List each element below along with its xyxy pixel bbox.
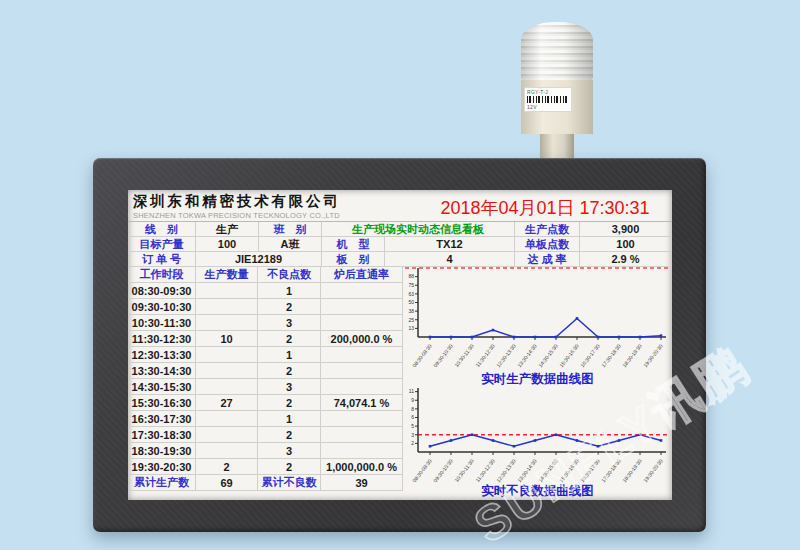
value-cell — [196, 363, 258, 379]
value-cell — [196, 411, 258, 427]
info-value-points: 3,900 — [580, 222, 672, 237]
svg-text:09:30-10:30: 09:30-10:30 — [432, 343, 454, 369]
time-slot-cell: 17:30-18:30 — [128, 427, 196, 443]
value-cell — [321, 427, 403, 443]
value-cell: 1 — [258, 411, 321, 427]
info-label-board: 板 别 — [322, 252, 385, 267]
value-cell — [321, 315, 403, 331]
light-voltage-text: 12V — [527, 104, 569, 110]
svg-text:14:30-15:30: 14:30-15:30 — [537, 458, 559, 484]
time-slot-cell: 08:30-09:30 — [128, 283, 196, 299]
value-cell: 2 — [258, 299, 321, 315]
value-cell: 3 — [258, 443, 321, 459]
time-slot-cell: 15:30-16:30 — [128, 395, 196, 411]
time-slot-cell: 13:30-14:30 — [128, 363, 196, 379]
info-label-order: 订 单 号 — [128, 252, 196, 267]
value-cell: 1,000,000.0 % — [321, 459, 403, 475]
company-name-en: SHENZHEN TOKWA PRECISION TECKNOLOGY CO.,… — [133, 211, 418, 220]
value-cell — [196, 283, 258, 299]
info-value-order: JIE12189 — [196, 252, 322, 267]
svg-text:18:30-19:30: 18:30-19:30 — [621, 458, 643, 484]
info-value-board: 4 — [385, 252, 515, 267]
light-spec-label: RGY-T-J 12V — [524, 87, 572, 112]
svg-text:12:30-13:30: 12:30-13:30 — [495, 343, 517, 369]
total-defect-label: 累计不良数 — [258, 475, 321, 491]
column-header: 不良点数 — [258, 267, 321, 283]
svg-text:17:30-18:30: 17:30-18:30 — [600, 458, 622, 484]
svg-text:9: 9 — [411, 397, 414, 403]
info-label-target: 目标产量 — [128, 237, 196, 252]
svg-text:6: 6 — [411, 414, 414, 420]
svg-text:3: 3 — [411, 432, 414, 438]
chart-title-defect: 实时不良数据曲线图 — [403, 484, 672, 500]
svg-text:50: 50 — [408, 299, 414, 305]
time-slot-cell: 16:30-17:30 — [128, 411, 196, 427]
svg-text:12:30-13:30: 12:30-13:30 — [495, 458, 517, 484]
info-value-target: 100 — [196, 237, 259, 252]
light-body: RGY-T-J 12V — [521, 80, 593, 134]
info-label-unit-points: 单板点数 — [515, 237, 580, 252]
info-label-shift: 班 别 — [259, 222, 322, 237]
monitor-frame: 深圳东和精密技术有限公司 SHENZHEN TOKWA PRECISION TE… — [93, 158, 706, 532]
svg-text:10:30-11:30: 10:30-11:30 — [453, 458, 475, 483]
board-title: 生产现场实时动态信息看板 — [322, 222, 515, 237]
svg-text:5: 5 — [411, 423, 414, 429]
value-cell — [321, 299, 403, 315]
production-trend-chart: 1325385063758808:30-09:3009:30-10:3010:3… — [403, 267, 672, 372]
value-cell — [321, 347, 403, 363]
svg-text:19:30-20:30: 19:30-20:30 — [642, 458, 664, 484]
svg-text:8: 8 — [411, 406, 414, 412]
production-table: 工作时段生产数量不良点数炉后直通率08:30-09:30109:30-10:30… — [128, 267, 403, 500]
chart-title-production: 实时生产数据曲线图 — [403, 372, 672, 388]
value-cell — [196, 299, 258, 315]
time-slot-cell: 19:30-20:30 — [128, 459, 196, 475]
defect-trend-chart: 2356891108:30-09:3009:30-10:3010:30-11:3… — [403, 388, 672, 484]
value-cell: 74,074.1 % — [321, 395, 403, 411]
value-cell: 3 — [258, 379, 321, 395]
info-value-rate: 2.9 % — [580, 252, 672, 267]
value-cell: 2 — [258, 395, 321, 411]
svg-text:16:30-17:30: 16:30-17:30 — [579, 343, 601, 369]
info-value-model: TX12 — [385, 237, 515, 252]
value-cell — [321, 363, 403, 379]
svg-text:16:30-17:30: 16:30-17:30 — [579, 458, 601, 484]
column-header: 工作时段 — [128, 267, 196, 283]
datetime-display: 2018年04月01日 17:30:31 — [418, 190, 672, 221]
svg-text:11:30-12:30: 11:30-12:30 — [474, 458, 496, 483]
total-production-value: 69 — [196, 475, 258, 491]
info-label-points: 生产点数 — [515, 222, 580, 237]
info-value-shift: A班 — [259, 237, 322, 252]
value-cell — [321, 411, 403, 427]
value-cell: 1 — [258, 347, 321, 363]
svg-text:25: 25 — [408, 317, 414, 323]
value-cell: 2 — [258, 363, 321, 379]
svg-text:15:30-16:30: 15:30-16:30 — [558, 458, 580, 484]
main-area: 工作时段生产数量不良点数炉后直通率08:30-09:30109:30-10:30… — [128, 267, 672, 500]
time-slot-cell: 09:30-10:30 — [128, 299, 196, 315]
column-header: 炉后直通率 — [321, 267, 403, 283]
dashboard-photo: RGY-T-J 12V 深圳东和精密技术有限公司 SHENZHEN TOKWA … — [0, 0, 800, 550]
value-cell: 2 — [196, 459, 258, 475]
screen: 深圳东和精密技术有限公司 SHENZHEN TOKWA PRECISION TE… — [128, 190, 672, 500]
value-cell — [196, 427, 258, 443]
svg-text:14:30-15:30: 14:30-15:30 — [537, 343, 559, 369]
svg-text:17:30-18:30: 17:30-18:30 — [600, 343, 622, 369]
company-block: 深圳东和精密技术有限公司 SHENZHEN TOKWA PRECISION TE… — [128, 190, 418, 221]
value-cell — [321, 379, 403, 395]
svg-text:15:30-16:30: 15:30-16:30 — [558, 343, 580, 369]
info-grid: 线 别 生产 班 别 生产现场实时动态信息看板 生产点数 3,900 目标产量 … — [128, 222, 672, 267]
info-label-rate: 达 成 率 — [515, 252, 580, 267]
time-slot-cell: 14:30-15:30 — [128, 379, 196, 395]
svg-text:13:30-14:30: 13:30-14:30 — [516, 458, 538, 484]
svg-text:19:30-20:30: 19:30-20:30 — [642, 343, 664, 369]
svg-text:11:30-12:30: 11:30-12:30 — [474, 343, 496, 368]
screen-header: 深圳东和精密技术有限公司 SHENZHEN TOKWA PRECISION TE… — [128, 190, 672, 222]
column-header: 生产数量 — [196, 267, 258, 283]
svg-text:38: 38 — [408, 308, 414, 314]
svg-text:09:30-10:30: 09:30-10:30 — [432, 458, 454, 484]
info-label-line: 线 别 — [128, 222, 196, 237]
value-cell — [196, 379, 258, 395]
svg-text:11: 11 — [409, 388, 414, 394]
svg-text:13: 13 — [408, 325, 414, 331]
value-cell — [321, 283, 403, 299]
